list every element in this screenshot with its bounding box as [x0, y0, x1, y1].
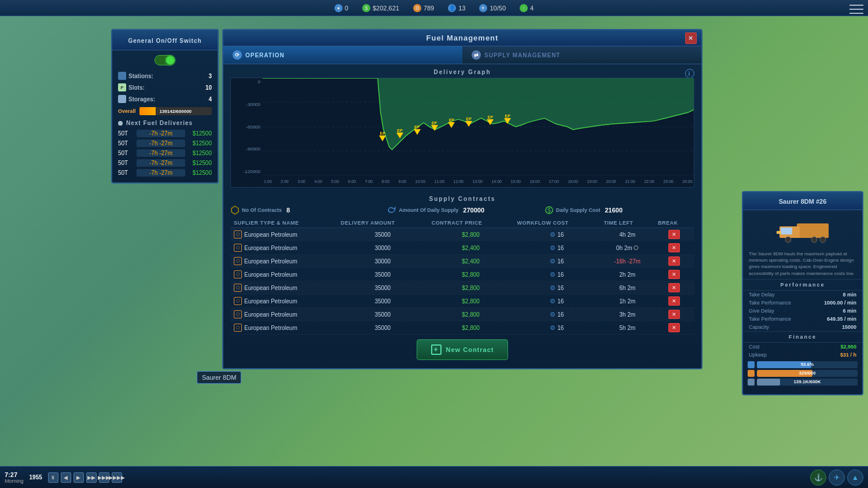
- x-label: 5:00: [331, 179, 339, 184]
- col-header-supplier: Suplier Type & Name: [230, 218, 337, 228]
- delete-button[interactable]: ✕: [668, 283, 680, 292]
- x-label: 7:00: [365, 179, 373, 184]
- contracts-table: Suplier Type & Name Delivery Amount Cont…: [230, 218, 694, 335]
- window-title: Fuel Management: [426, 34, 499, 42]
- break-cell[interactable]: ✕: [654, 308, 694, 321]
- time-period: Morning: [5, 478, 24, 484]
- delete-button[interactable]: ✕: [668, 310, 680, 319]
- ep-marker-7: EP: [487, 115, 494, 125]
- time-display: 7:27 Morning: [5, 471, 24, 484]
- deliveries-title: Next Fuel Deliveries: [126, 120, 193, 126]
- delivery-item: 50T -7h -27m $12500: [112, 138, 218, 148]
- saurer-bar-row: 53.6%: [748, 361, 858, 368]
- finance-stat-row: Upkeep$31 / h: [743, 351, 862, 359]
- del-price: $12500: [187, 160, 212, 166]
- speed-up-button[interactable]: ▶▶▶: [99, 472, 109, 483]
- svg-marker-5: [231, 206, 238, 214]
- menu-button[interactable]: [849, 3, 863, 15]
- break-cell[interactable]: ✕: [654, 268, 694, 281]
- tab-operation[interactable]: ⟳ Operation: [223, 46, 462, 64]
- close-button[interactable]: ×: [685, 32, 697, 44]
- delete-button[interactable]: ✕: [668, 243, 680, 252]
- gear-icon: ⚙: [413, 4, 421, 12]
- bar-icon: [748, 370, 755, 377]
- time-left: 1h 2m: [600, 295, 654, 308]
- break-cell[interactable]: ✕: [654, 281, 694, 295]
- coins-icon: ●: [334, 4, 343, 12]
- deliveries-header: Next Fuel Deliveries: [112, 118, 218, 129]
- storages-label: Storages:: [128, 96, 206, 102]
- menu-line: [849, 5, 863, 6]
- bottom-right-icons: ⚓ ✈ ▲: [810, 469, 863, 486]
- x-label: 1:00: [264, 179, 272, 184]
- bar-track: 329/600: [757, 370, 858, 377]
- time-left: 5h 2m: [600, 321, 654, 335]
- delete-button[interactable]: ✕: [668, 256, 680, 266]
- time-left: 3h 2m: [600, 308, 654, 321]
- left-panel-header: General On/Off Switch: [112, 30, 218, 50]
- delivery-amount: 30000: [337, 241, 428, 255]
- x-label: 15:00: [510, 179, 521, 184]
- delete-button[interactable]: ✕: [668, 230, 680, 239]
- supply-amount-label: Amount Of Daily Supply: [399, 207, 458, 213]
- slots-icon: P: [118, 83, 126, 91]
- supplier-name: ⬡ European Petroleum: [230, 281, 337, 295]
- perf-stat-row: Take Performance649.35 / min: [743, 315, 862, 323]
- x-label: 11:00: [435, 179, 445, 184]
- nav-icon-2[interactable]: ✈: [829, 469, 845, 486]
- on-off-toggle[interactable]: [155, 55, 175, 65]
- table-row: ⬡ European Petroleum 35000 $2,800 ⚙ 16 4…: [230, 228, 694, 241]
- tab-supply-management[interactable]: ⇄ Supply Management: [462, 46, 701, 64]
- fast-forward-button[interactable]: ▶▶: [86, 472, 97, 483]
- table-row: ⬡ European Petroleum 35000 $2,800 ⚙ 16 1…: [230, 295, 694, 308]
- break-cell[interactable]: ✕: [654, 295, 694, 308]
- slots-label: Slots:: [128, 85, 203, 91]
- graph-y-labels: 0 -30000 -60000 -90000 -120000: [231, 78, 263, 175]
- new-contract-label: New Contract: [446, 346, 494, 353]
- ep-marker-6: EP: [465, 117, 472, 127]
- perf-stat-row: Capacity15000: [743, 323, 862, 331]
- stat-storages: Storages: 4: [112, 93, 218, 105]
- pause-button[interactable]: ⏸: [48, 472, 58, 483]
- supplier-name: ⬡ European Petroleum: [230, 308, 337, 321]
- col-header-workflow: Workflow Cost: [513, 218, 600, 228]
- finance-title: Finance: [743, 331, 862, 343]
- step-forward-button[interactable]: ▶: [73, 472, 84, 483]
- workflow-gear-icon: ⚙: [550, 324, 556, 331]
- time-left: 0h 2m: [600, 241, 654, 255]
- delete-button[interactable]: ✕: [668, 296, 680, 306]
- x-label: 4:00: [314, 179, 322, 184]
- left-panel: General On/Off Switch Stations: 3 P Slot…: [111, 29, 219, 184]
- operation-icon: ⟳: [233, 50, 242, 60]
- workflow-gear-icon: ⚙: [550, 244, 556, 251]
- cost-value: 21600: [605, 207, 623, 214]
- x-label: 14:00: [491, 179, 502, 184]
- stations-label: Stations:: [128, 73, 206, 79]
- break-cell[interactable]: ✕: [654, 228, 694, 241]
- supply-amount-value: 270000: [463, 207, 484, 214]
- delivery-amount: 35000: [337, 295, 428, 308]
- slots-value: 10: [205, 85, 212, 91]
- x-label: 16:00: [529, 179, 540, 184]
- gear-value: 789: [424, 5, 434, 12]
- supply-icon: ⇄: [472, 50, 481, 60]
- break-cell[interactable]: ✕: [654, 321, 694, 335]
- contract-price: $2,800: [428, 268, 514, 281]
- saurer-title: Saurer 8DM #26: [743, 192, 862, 210]
- stat-stations: Stations: 3: [112, 70, 218, 82]
- break-cell[interactable]: ✕: [654, 241, 694, 255]
- nav-icon-1[interactable]: ⚓: [810, 469, 826, 486]
- x-label: 13:00: [472, 179, 483, 184]
- new-contract-button[interactable]: + New Contract: [417, 339, 509, 360]
- delete-button[interactable]: ✕: [668, 270, 680, 279]
- col-header-price: Contract Price: [428, 218, 514, 228]
- step-back-button[interactable]: ◀: [61, 472, 71, 483]
- delivery-amount: 35000: [337, 281, 428, 295]
- graph-info-icon[interactable]: i: [685, 69, 694, 78]
- nav-icon-3[interactable]: ▲: [847, 469, 863, 486]
- delete-button[interactable]: ✕: [668, 323, 680, 332]
- break-cell[interactable]: ✕: [654, 255, 694, 268]
- coins-value: 0: [345, 5, 348, 12]
- max-speed-button[interactable]: ▶▶▶▶: [112, 472, 122, 483]
- workflow-gear-icon: ⚙: [550, 311, 556, 318]
